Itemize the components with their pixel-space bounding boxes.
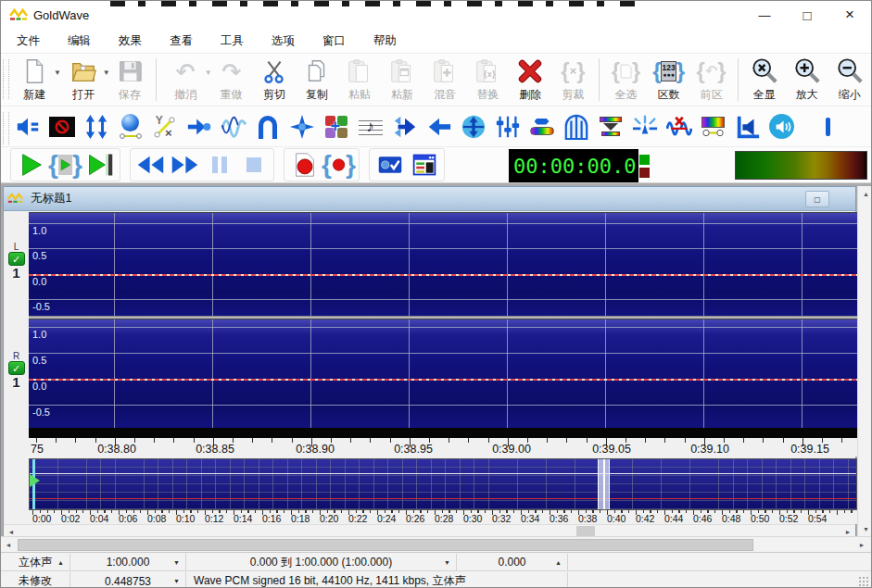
menu-help[interactable]: 帮助	[360, 30, 411, 53]
channel-mode-up-arrow[interactable]: ▲	[57, 559, 64, 566]
pause-button[interactable]	[202, 150, 236, 180]
pitch-arrows-icon[interactable]	[79, 110, 113, 144]
resize-grip[interactable]	[858, 576, 869, 587]
zoom-all-button[interactable]: 全显	[744, 56, 785, 104]
waveform-channel-left[interactable]: 1.00.50.0-0.5	[29, 212, 857, 316]
open-button[interactable]: ▼打开	[60, 56, 107, 104]
playback-device-icon[interactable]	[765, 110, 799, 144]
document-restore-button[interactable]: ▢	[805, 191, 829, 207]
play-button[interactable]	[14, 150, 48, 180]
new-button[interactable]: ▼新建	[11, 56, 58, 104]
waveform-channel-right[interactable]: 1.00.50.0-0.5	[29, 319, 857, 428]
zoom-in-button-label: 放大	[796, 87, 818, 103]
fast-forward-button[interactable]	[168, 150, 202, 180]
menu-file[interactable]: 文件	[3, 30, 54, 53]
close-button[interactable]: ×	[828, 1, 871, 29]
zoom-out-button[interactable]: 缩小	[829, 56, 870, 104]
maximize-button[interactable]: □	[786, 1, 828, 29]
undo-icon: ↶	[171, 56, 201, 86]
status-zoom-value[interactable]: 0.448753▼	[70, 572, 186, 588]
volume-icon[interactable]	[10, 110, 44, 144]
svg-text:Y: Y	[155, 114, 162, 127]
doppler-icon[interactable]	[113, 110, 147, 144]
status-channel-mode[interactable]: 立体声▲	[1, 554, 70, 570]
menu-options[interactable]: 选项	[258, 30, 309, 53]
interpolate-icon[interactable]: +	[319, 110, 353, 144]
redo-button[interactable]: ↷重做	[211, 56, 252, 104]
clipped-icon[interactable]	[799, 110, 833, 144]
play-all-button[interactable]	[82, 150, 117, 180]
menu-effect[interactable]: 效果	[105, 30, 156, 53]
overview-time-label: 0:14	[234, 513, 252, 524]
offset-icon[interactable]	[182, 110, 216, 144]
spectrum-filter-icon[interactable]	[593, 110, 627, 144]
status-position[interactable]: 0.000▲	[457, 554, 568, 570]
ws-scroll-left-arrow[interactable]: ◄	[1, 537, 16, 553]
v-scroll-up-arrow[interactable]: ▲	[858, 186, 872, 201]
pitch-note-icon[interactable]: ♪	[353, 110, 387, 144]
cut-button[interactable]: 剪切	[254, 56, 295, 104]
equalizer-icon[interactable]	[490, 110, 524, 144]
reverse-loop-icon[interactable]	[250, 110, 284, 144]
stop-button[interactable]	[236, 150, 271, 180]
mix-button[interactable]: 混音	[424, 56, 465, 104]
zoom-dropdown-arrow[interactable]: ▼	[173, 578, 180, 584]
menu-view[interactable]: 查看	[156, 30, 207, 53]
paste-button[interactable]: 粘贴	[339, 56, 380, 104]
replace-button[interactable]: {x}替换	[467, 56, 508, 104]
amplitude-label: 0.5	[32, 355, 46, 366]
noise-reduction-icon[interactable]	[662, 110, 696, 144]
overview-time-label: 0:18	[291, 513, 310, 524]
save-button[interactable]: 保存	[109, 56, 150, 104]
prev-section-button[interactable]: {↶}前区	[691, 56, 732, 104]
select-all-button[interactable]: {}全选	[605, 56, 646, 104]
overview-time-label: 0:52	[779, 513, 798, 524]
spectrum-analyzer-icon[interactable]	[696, 110, 730, 144]
mute-icon[interactable]	[44, 110, 79, 144]
expression-evaluator-icon[interactable]: Y×	[147, 110, 182, 144]
reverse-icon[interactable]	[422, 110, 456, 144]
play-selection-button[interactable]: {}	[48, 150, 82, 180]
flanger-icon[interactable]	[216, 110, 250, 144]
rewind-button[interactable]	[133, 150, 168, 180]
status-selection-range[interactable]: 0.000 到 1:00.000 (1:00.000)▼	[186, 554, 457, 570]
spectrum-band-icon[interactable]	[524, 110, 559, 144]
channel-enable-checkbox[interactable]: ✓	[8, 361, 25, 375]
dynamics-icon[interactable]	[284, 110, 319, 144]
overview-strip[interactable]	[29, 458, 857, 510]
toolbar-grip[interactable]	[3, 59, 9, 99]
overview-time-label: 0:40	[607, 513, 626, 524]
length-dropdown-arrow[interactable]: ▼	[173, 559, 180, 566]
delete-button[interactable]: 删除	[510, 56, 550, 104]
zoom-in-button[interactable]: 放大	[787, 56, 828, 104]
document-title-bar[interactable]: 无标题1 ▢	[4, 187, 855, 211]
pan-icon[interactable]	[730, 110, 765, 144]
paste-new-button[interactable]: 粘新	[382, 56, 423, 104]
echo-icon[interactable]	[387, 110, 422, 144]
control-properties-button[interactable]	[407, 150, 441, 180]
status-length-selector[interactable]: 1:00.000▼	[70, 554, 186, 570]
trim-button[interactable]: {×}剪裁	[552, 56, 593, 104]
undo-button[interactable]: ↶▼撤消	[162, 56, 209, 104]
menu-edit[interactable]: 编辑	[54, 30, 105, 53]
overview-view-region[interactable]	[598, 459, 610, 509]
record-selection-button[interactable]: {}	[322, 150, 356, 180]
toolbar-grip[interactable]	[3, 112, 9, 144]
pop-click-icon[interactable]	[627, 110, 662, 144]
record-new-button[interactable]	[287, 150, 322, 180]
minimize-button[interactable]: —	[743, 1, 786, 29]
v-scroll-down-arrow[interactable]: ▼	[858, 521, 872, 536]
ws-scroll-thumb[interactable]	[18, 539, 753, 551]
monitor-button[interactable]	[373, 150, 407, 180]
ws-scroll-right-arrow[interactable]: ►	[854, 537, 869, 553]
sections-button[interactable]: {123●●●}区数	[649, 56, 689, 104]
menu-window[interactable]: 窗口	[309, 30, 360, 53]
selection-dropdown-arrow[interactable]: ▼	[444, 559, 450, 566]
copy-button[interactable]: 复制	[297, 56, 337, 104]
noise-gate-icon[interactable]	[559, 110, 593, 144]
time-warp-icon[interactable]	[456, 110, 490, 144]
menu-tool[interactable]: 工具	[207, 30, 258, 53]
doc-new-icon	[19, 56, 50, 86]
channel-enable-checkbox[interactable]: ✓	[8, 252, 25, 266]
position-up-arrow[interactable]: ▲	[555, 559, 562, 566]
